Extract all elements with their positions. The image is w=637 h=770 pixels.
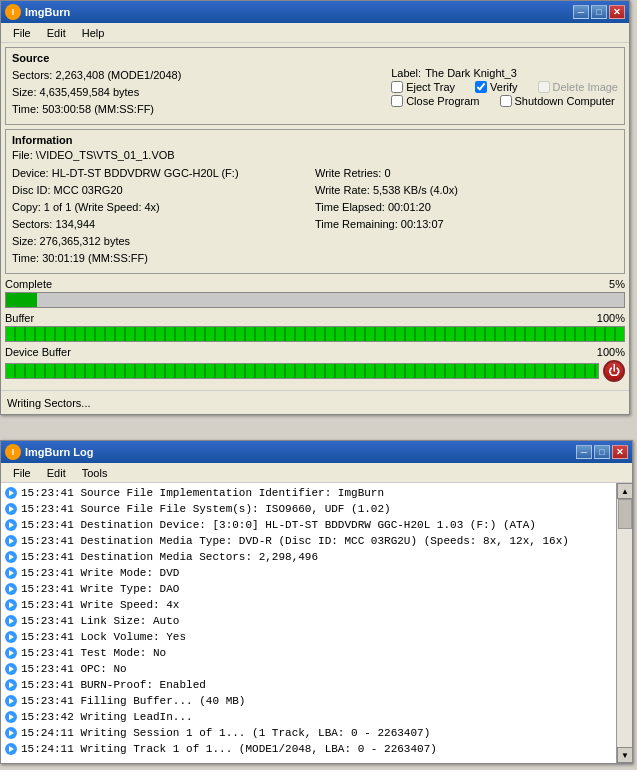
info-time-remaining-row: Time Remaining: 00:13:07	[315, 216, 618, 233]
info-sectors-row: Sectors: 134,944	[12, 216, 315, 233]
minimize-button[interactable]: ─	[573, 5, 589, 19]
info-device-value: HL-DT-ST BDDVDRW GGC-H20L (F:)	[52, 167, 239, 179]
source-sectors-value: 2,263,408 (MODE1/2048)	[55, 69, 181, 81]
complete-progress-bar	[5, 292, 625, 308]
eject-tray-checkbox[interactable]	[391, 81, 403, 93]
log-entry-icon	[5, 695, 17, 707]
maximize-button[interactable]: □	[591, 5, 607, 19]
log-menu-bar: File Edit Tools	[1, 463, 632, 483]
log-line: 15:23:41 Test Mode: No	[5, 645, 598, 661]
info-size-row: Size: 276,365,312 bytes	[12, 233, 315, 250]
log-entry-text: 15:24:11 Writing Track 1 of 1... (MODE1/…	[21, 741, 598, 757]
log-entry-text: 15:23:41 BURN-Proof: Enabled	[21, 677, 598, 693]
delete-image-checkbox[interactable]	[538, 81, 550, 93]
source-panel: Source Sectors: 2,263,408 (MODE1/2048) S…	[5, 47, 625, 125]
info-device-label: Device:	[12, 167, 49, 179]
log-close-button[interactable]: ✕	[612, 445, 628, 459]
log-line: 15:23:41 Destination Device: [3:0:0] HL-…	[5, 517, 598, 533]
log-entry-icon	[5, 599, 17, 611]
scroll-thumb[interactable]	[618, 499, 632, 529]
log-minimize-button[interactable]: ─	[576, 445, 592, 459]
info-copy-label: Copy:	[12, 201, 41, 213]
log-app-icon: I	[5, 444, 21, 460]
info-file-value: \VIDEO_TS\VTS_01_1.VOB	[36, 149, 175, 161]
device-buffer-percent: 100%	[597, 346, 625, 358]
log-entry-icon	[5, 503, 17, 515]
log-line: 15:23:41 Source File Implementation Iden…	[5, 485, 598, 501]
source-left-col: Sectors: 2,263,408 (MODE1/2048) Size: 4,…	[12, 67, 181, 118]
log-maximize-button[interactable]: □	[594, 445, 610, 459]
main-window-title: ImgBurn	[25, 6, 573, 18]
device-buffer-progress-bar	[5, 363, 599, 379]
log-entry-text: 15:23:41 OPC: No	[21, 661, 598, 677]
info-left-col: Device: HL-DT-ST BDDVDRW GGC-H20L (F:) D…	[12, 165, 315, 267]
log-line: 15:23:41 Source File File System(s): ISO…	[5, 501, 598, 517]
information-panel-title: Information	[12, 134, 618, 146]
info-right-col: Write Retries: 0 Write Rate: 5,538 KB/s …	[315, 165, 618, 267]
log-entry-icon	[5, 679, 17, 691]
log-entry-text: 15:23:41 Source File File System(s): ISO…	[21, 501, 598, 517]
menu-edit[interactable]: Edit	[39, 25, 74, 41]
log-line: 15:23:41 Link Size: Auto	[5, 613, 598, 629]
log-menu-edit[interactable]: Edit	[39, 465, 74, 481]
info-write-rate-value: 5,538 KB/s (4.0x)	[373, 184, 458, 196]
buffer-progress-bar	[5, 326, 625, 342]
info-grid: Device: HL-DT-ST BDDVDRW GGC-H20L (F:) D…	[12, 165, 618, 267]
log-menu-tools[interactable]: Tools	[74, 465, 116, 481]
menu-help[interactable]: Help	[74, 25, 113, 41]
log-entry-text: 15:23:41 Write Type: DAO	[21, 581, 598, 597]
log-line: 15:23:41 OPC: No	[5, 661, 598, 677]
buffer-section: Buffer 100%	[5, 312, 625, 342]
status-bar: Writing Sectors...	[1, 390, 629, 414]
buffer-label-row: Buffer 100%	[5, 312, 625, 324]
log-entry-icon	[5, 647, 17, 659]
log-line: 15:23:41 Write Speed: 4x	[5, 597, 598, 613]
close-program-label: Close Program	[406, 95, 479, 107]
info-size-label: Size:	[12, 235, 36, 247]
scroll-down-button[interactable]: ▼	[617, 747, 633, 763]
info-time-remaining-label: Time Remaining:	[315, 218, 398, 230]
info-time-elapsed-value: 00:01:20	[388, 201, 431, 213]
info-disc-id-row: Disc ID: MCC 03RG20	[12, 182, 315, 199]
source-panel-title: Source	[12, 52, 618, 64]
log-entry-icon	[5, 519, 17, 531]
disc-label-key: Label:	[391, 67, 421, 79]
verify-checkbox[interactable]	[475, 81, 487, 93]
device-buffer-label: Device Buffer	[5, 346, 71, 358]
log-entry-icon	[5, 711, 17, 723]
close-program-checkbox[interactable]	[391, 95, 403, 107]
info-copy-value: 1 of 1 (Write Speed: 4x)	[44, 201, 160, 213]
source-time-value: 503:00:58 (MM:SS:FF)	[42, 103, 154, 115]
log-entry-text: 15:23:41 Lock Volume: Yes	[21, 629, 598, 645]
log-entry-icon	[5, 535, 17, 547]
menu-file[interactable]: File	[5, 25, 39, 41]
main-window: I ImgBurn ─ □ ✕ File Edit Help Source Se…	[0, 0, 630, 415]
checkbox-row-2: Close Program Shutdown Computer	[391, 95, 618, 107]
delete-image-checkbox-row: Delete Image	[538, 81, 618, 93]
log-content-area: 15:23:41 Source File Implementation Iden…	[1, 483, 632, 763]
shutdown-computer-checkbox[interactable]	[500, 95, 512, 107]
log-menu-file[interactable]: File	[5, 465, 39, 481]
source-size-label: Size:	[12, 86, 36, 98]
source-top: Sectors: 2,263,408 (MODE1/2048) Size: 4,…	[12, 67, 618, 118]
disc-label-row: Label: The Dark Knight_3	[391, 67, 618, 79]
info-time-remaining-value: 00:13:07	[401, 218, 444, 230]
log-scrollbar[interactable]: ▲ ▼	[616, 483, 632, 763]
scroll-up-button[interactable]: ▲	[617, 483, 633, 499]
log-content[interactable]: 15:23:41 Source File Implementation Iden…	[1, 483, 618, 763]
log-entry-icon	[5, 615, 17, 627]
info-time-elapsed-row: Time Elapsed: 00:01:20	[315, 199, 618, 216]
eject-tray-checkbox-row: Eject Tray	[391, 81, 455, 93]
log-line: 15:23:41 Lock Volume: Yes	[5, 629, 598, 645]
log-entry-icon	[5, 583, 17, 595]
info-write-retries-value: 0	[384, 167, 390, 179]
source-sectors-row: Sectors: 2,263,408 (MODE1/2048)	[12, 67, 181, 84]
source-sectors-label: Sectors:	[12, 69, 52, 81]
info-write-retries-row: Write Retries: 0	[315, 165, 618, 182]
close-button[interactable]: ✕	[609, 5, 625, 19]
log-line: 15:23:41 Write Type: DAO	[5, 581, 598, 597]
log-line: 15:23:41 Destination Media Sectors: 2,29…	[5, 549, 598, 565]
info-file-label: File:	[12, 149, 33, 161]
power-button[interactable]: ⏻	[603, 360, 625, 382]
info-time-row: Time: 30:01:19 (MM:SS:FF)	[12, 250, 315, 267]
